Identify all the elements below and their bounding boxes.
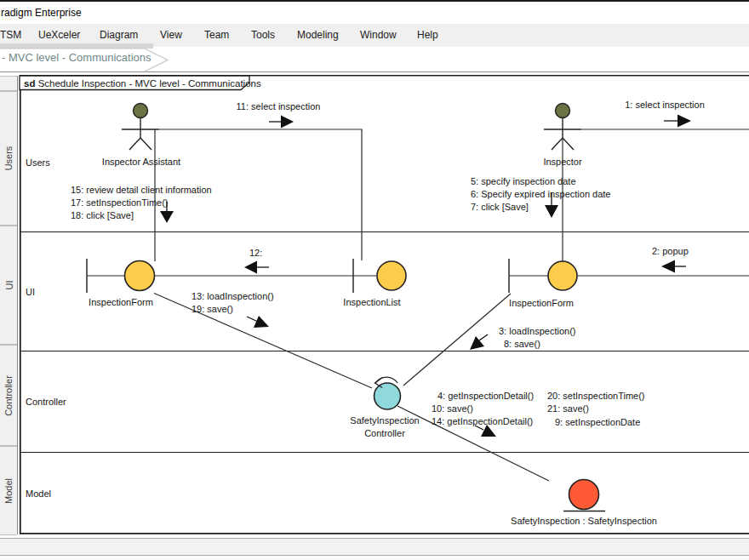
entity-circle (569, 480, 599, 510)
message-text-3[interactable]: 3: loadInspection() (499, 326, 576, 337)
object-label-inspectionform-right[interactable]: InspectionForm (482, 298, 601, 309)
link-lines (154, 129, 749, 481)
message-text-6[interactable]: 6: Specify expired inspection date (471, 189, 611, 200)
status-bar (0, 538, 749, 556)
message-text-18[interactable]: 18: click [Save] (71, 210, 134, 221)
actor-inspector[interactable] (544, 104, 581, 151)
menu-item-view[interactable]: View (160, 24, 182, 47)
actor-head (134, 104, 148, 118)
breadcrumb-tab[interactable]: - MVC level - Communications (2, 51, 152, 64)
actor-label-inspector[interactable]: Inspector (503, 157, 622, 168)
control-arc (376, 377, 398, 383)
message-arrow-1-right[interactable] (664, 115, 691, 128)
boundary-circle (125, 261, 155, 291)
lane-label-ui[interactable]: UI (26, 287, 35, 298)
object-label-inspectionform-left[interactable]: InspectionForm (61, 297, 180, 308)
message-text-10[interactable]: 10: save() (432, 403, 473, 414)
lane-label-model[interactable]: Model (26, 489, 51, 500)
message-text-15[interactable]: 15: review detail client information (71, 185, 212, 196)
boundary-icon-inspectionlist[interactable] (353, 259, 406, 293)
boundary-circle (377, 261, 406, 290)
swimlane-header-spacer (0, 76, 17, 91)
frame-title-text: Schedule Inspection - MVC level - Commun… (38, 78, 261, 89)
message-text-17[interactable]: 17: setInspectionTime() (71, 197, 169, 209)
lane-label-controller[interactable]: Controller (26, 397, 66, 408)
lane-label-users[interactable]: Users (26, 157, 50, 169)
swimlane-header-ui[interactable]: UI (0, 226, 17, 345)
swimlane-header-controller[interactable]: Controller (0, 345, 17, 446)
message-text-21[interactable]: 21: save() (547, 403, 589, 414)
swimlane-strip-edge (17, 76, 18, 534)
message-arrow-2-left[interactable] (661, 260, 686, 273)
control-arc-arrowhead (375, 378, 383, 388)
message-arrow-3-downleft[interactable] (470, 334, 488, 350)
application-window: radigm Enterprise TSM UeXceler Diagram V… (0, 0, 749, 560)
actor-label-inspector-assistant[interactable]: Inspector Assistant (82, 157, 201, 168)
menu-item-tools[interactable]: Tools (251, 24, 275, 47)
message-text-13[interactable]: 13: loadInspection() (192, 291, 274, 302)
actor-inspector-assistant[interactable] (122, 104, 159, 151)
actor-head (556, 104, 570, 118)
breadcrumb-tab-shadow (0, 43, 153, 49)
message-text-5[interactable]: 5: specify inspection date (471, 176, 576, 187)
menu-item-modeling[interactable]: Modeling (297, 24, 339, 47)
swimlane-header-users[interactable]: Users (0, 91, 17, 226)
object-label-controller-line1[interactable]: SafetyInspection (325, 415, 444, 426)
control-circle (374, 383, 401, 409)
boundary-icon-inspectionform-left[interactable] (87, 259, 155, 293)
message-arrow-12-left[interactable] (244, 261, 269, 274)
object-label-inspectionlist[interactable]: InspectionList (312, 297, 432, 308)
title-bar: radigm Enterprise (0, 2, 749, 24)
menu-item-window[interactable]: Window (360, 24, 397, 47)
boundary-circle (548, 261, 577, 290)
message-text-19[interactable]: 19: save() (192, 304, 233, 315)
status-bar-lower (0, 556, 749, 560)
message-arrow-13-downright[interactable] (247, 316, 269, 328)
breadcrumb-divider (0, 71, 749, 72)
frame-title: sd Schedule Inspection - MVC level - Com… (24, 78, 261, 89)
actor-body (122, 118, 159, 151)
message-text-20[interactable]: 20: setInspectionTime() (547, 391, 645, 402)
message-text-1[interactable]: 1: select inspection (605, 100, 724, 111)
menu-item-help[interactable]: Help (417, 24, 438, 47)
object-label-entity[interactable]: SafetyInspection : SafetyInspection (499, 516, 669, 527)
message-arrow-11-right[interactable] (269, 116, 294, 129)
entity-icon-safetyinspection[interactable] (563, 480, 605, 511)
message-text-4[interactable]: 4: getInspectionDetail() (437, 391, 534, 402)
frame-keyword: sd (24, 78, 35, 89)
message-text-8[interactable]: 8: save() (504, 339, 540, 350)
menu-item-team[interactable]: Team (204, 24, 229, 47)
boundary-icon-inspectionform-right[interactable] (509, 259, 577, 293)
breadcrumb: - MVC level - Communications (0, 47, 749, 71)
message-text-9[interactable]: 9: setInspectionDate (555, 417, 640, 428)
actor-body (544, 118, 581, 151)
object-label-controller-line2[interactable]: Controller (325, 428, 444, 439)
message-text-14[interactable]: 14: getInspectionDetail() (432, 416, 533, 427)
message-text-11[interactable]: 11: select inspection (219, 101, 338, 112)
window-title: radigm Enterprise (1, 7, 82, 19)
message-text-12[interactable]: 12: (249, 248, 262, 259)
message-text-2[interactable]: 2: popup (652, 246, 689, 257)
control-icon-safetyinspectioncontroller[interactable] (374, 377, 401, 409)
message-text-7[interactable]: 7: click [Save] (471, 202, 529, 213)
swimlane-header-model[interactable]: Model (0, 446, 17, 535)
